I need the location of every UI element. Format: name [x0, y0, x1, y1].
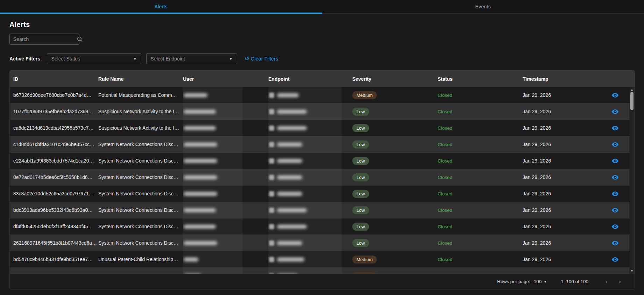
view-alert-eye-icon[interactable]	[611, 173, 619, 181]
table-row[interactable]: df4fd054250deb0f3f13ff249340f45…System N…	[10, 218, 629, 235]
status-filter-placeholder: Select Status	[51, 56, 80, 62]
search-input[interactable]	[13, 36, 77, 42]
chevron-down-icon: ▼	[229, 57, 233, 61]
cell-rule-name: Suspicious Network Activity to the I…	[98, 125, 183, 131]
table-row[interactable]: e224abf1a99f383cbdd7574d1ca20…System Net…	[10, 153, 629, 169]
os-icon	[269, 125, 274, 131]
os-icon	[269, 142, 274, 147]
table-row[interactable]: ca6dc2134d613cdba42955b573e7…Suspicious …	[10, 120, 629, 136]
cell-actions	[606, 272, 629, 274]
table-row[interactable]: bdc3913ada96be5332f43e6b93a0…System Netw…	[10, 202, 629, 218]
table-row[interactable]: 262168971645f551b8f1b07443cd6a…System Ne…	[10, 235, 629, 251]
view-alert-eye-icon[interactable]	[611, 206, 619, 214]
table-row[interactable]: MediumClosedJan 29, 2026	[10, 268, 629, 274]
table-row[interactable]: c1d8dd61cbfda3101c2de6be357cc…System Net…	[10, 136, 629, 153]
view-alert-eye-icon[interactable]	[611, 222, 619, 231]
view-alert-eye-icon[interactable]	[611, 272, 619, 274]
view-alert-eye-icon[interactable]	[611, 140, 619, 149]
cell-endpoint-redacted	[268, 268, 352, 274]
severity-badge: Medium	[352, 272, 377, 274]
cell-id: df4fd054250deb0f3f13ff249340f45…	[13, 224, 98, 229]
cell-actions	[606, 222, 629, 231]
column-header-severity: Severity	[352, 76, 438, 82]
cell-timestamp: Jan 29, 2026	[523, 257, 606, 262]
endpoint-filter-select[interactable]: Select Endpoint ▼	[146, 53, 237, 64]
cell-rule-name: System Network Connections Disc…	[98, 240, 183, 246]
table-row[interactable]: b67326d90dee7680cbe7e0b7a4d…Potential Ma…	[10, 87, 629, 103]
cell-status: Closed	[438, 257, 523, 262]
scroll-down-arrow-icon[interactable]: ▼	[629, 269, 635, 273]
cell-id: bd5b70c9b446b331dfe9bd351ee7…	[13, 257, 98, 262]
table-row[interactable]: 0e72ad0174b5dee6c5fc5058b1d6…System Netw…	[10, 169, 629, 186]
status-filter-select[interactable]: Select Status ▼	[47, 53, 141, 64]
redaction-patch	[268, 251, 342, 268]
column-header-endpoint: Endpoint	[268, 76, 352, 82]
top-tab-bar: Alerts Events	[0, 0, 644, 14]
vertical-scrollbar[interactable]: ▲ ▼	[629, 87, 635, 274]
cell-status: Closed	[438, 224, 523, 229]
os-icon	[269, 109, 274, 114]
rows-per-page-select[interactable]: 100 ▼	[534, 279, 547, 284]
redaction-patch	[183, 87, 242, 103]
cell-user-redacted	[183, 120, 268, 136]
view-alert-eye-icon[interactable]	[611, 255, 619, 264]
view-alert-eye-icon[interactable]	[611, 189, 619, 198]
cell-rule-name: System Network Connections Disc…	[98, 207, 183, 213]
os-icon	[269, 208, 274, 213]
cell-status: Closed	[438, 175, 523, 180]
column-header-id: ID	[13, 76, 98, 82]
reset-icon: ↺	[245, 56, 249, 62]
view-alert-eye-icon[interactable]	[611, 124, 619, 132]
severity-badge: Low	[352, 141, 369, 149]
cell-timestamp: Jan 29, 2026	[523, 125, 606, 131]
clear-filters-label: Clear Filters	[251, 56, 278, 62]
redaction-patch	[183, 169, 242, 186]
cell-timestamp: Jan 29, 2026	[523, 142, 606, 147]
redaction-patch	[268, 186, 342, 202]
clear-filters-button[interactable]: ↺ Clear Filters	[245, 56, 278, 62]
severity-badge: Low	[352, 108, 369, 116]
scrollbar-thumb[interactable]	[630, 92, 634, 110]
cell-severity: Low	[352, 173, 438, 181]
cell-status: Closed	[438, 109, 523, 114]
scroll-up-arrow-icon[interactable]: ▲	[629, 88, 635, 92]
cell-rule-name: System Network Connections Disc…	[98, 158, 183, 164]
cell-user-redacted	[183, 268, 268, 274]
cell-user-redacted	[183, 235, 268, 251]
column-header-rule-name: Rule Name	[98, 76, 183, 82]
cell-endpoint-redacted	[268, 103, 352, 120]
redaction-patch	[268, 153, 342, 169]
table-row[interactable]: 83c8a02e10dd52c65a3cd0797971…System Netw…	[10, 186, 629, 202]
cell-endpoint-redacted	[268, 87, 352, 103]
os-icon	[269, 273, 274, 274]
search-box[interactable]	[9, 34, 79, 45]
tab-alerts[interactable]: Alerts	[0, 0, 322, 13]
cell-severity: Low	[352, 141, 438, 149]
table-body-viewport: b67326d90dee7680cbe7e0b7a4d…Potential Ma…	[10, 87, 635, 274]
redaction-patch	[268, 202, 342, 218]
view-alert-eye-icon[interactable]	[611, 107, 619, 116]
cell-rule-name: System Network Connections Disc…	[98, 224, 183, 229]
view-alert-eye-icon[interactable]	[611, 157, 619, 165]
column-header-timestamp: Timestamp	[523, 76, 606, 82]
cell-id: c1d8dd61cbfda3101c2de6be357cc…	[13, 142, 98, 147]
redaction-patch	[268, 268, 342, 274]
redaction-patch	[183, 218, 242, 235]
os-icon	[269, 93, 274, 98]
table-row[interactable]: bd5b70c9b446b331dfe9bd351ee7…Unusual Par…	[10, 251, 629, 268]
cell-status: Closed	[438, 273, 523, 274]
view-alert-eye-icon[interactable]	[611, 239, 619, 247]
redaction-patch	[183, 120, 242, 136]
table-row[interactable]: 1077fb20939735efbe8b2fa2d7369…Suspicious…	[10, 103, 629, 120]
rows-per-page-value: 100	[534, 279, 542, 284]
cell-endpoint-redacted	[268, 169, 352, 186]
cell-rule-name: Suspicious Network Activity to the I…	[98, 109, 183, 114]
redaction-patch	[268, 120, 342, 136]
cell-user-redacted	[183, 202, 268, 218]
next-page-button[interactable]: ›	[616, 278, 624, 285]
previous-page-button[interactable]: ‹	[602, 278, 611, 285]
tab-events[interactable]: Events	[322, 0, 644, 13]
cell-rule-name: Potential Masquerading as Comm…	[98, 92, 183, 98]
view-alert-eye-icon[interactable]	[611, 91, 619, 99]
table-rows: b67326d90dee7680cbe7e0b7a4d…Potential Ma…	[10, 87, 629, 274]
